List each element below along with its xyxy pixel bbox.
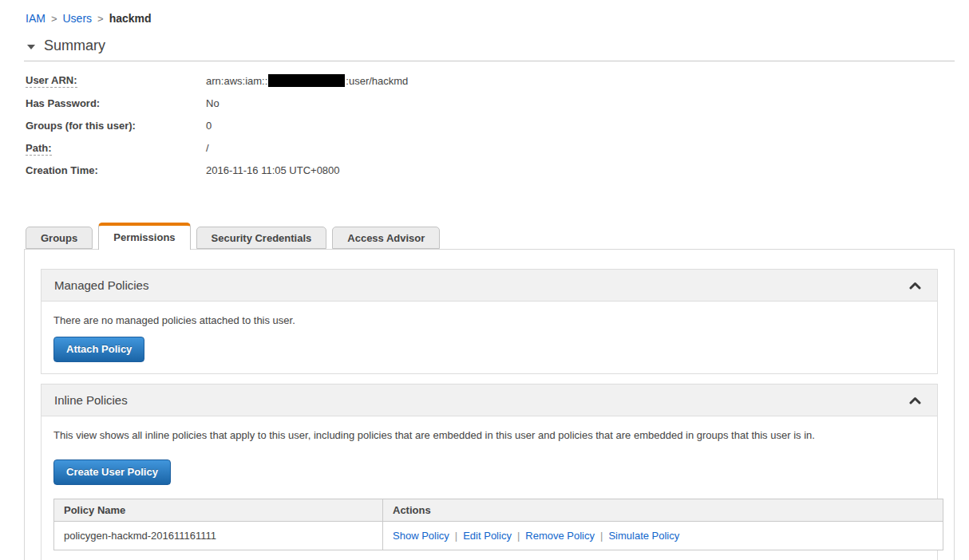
inline-policies-body: This view shows all inline policies that… [42,416,937,560]
user-arn-value: arn:aws:iam:::user/hackmd [206,74,408,88]
simulate-policy-link[interactable]: Simulate Policy [608,530,679,542]
breadcrumb-current-user: hackmd [109,12,152,25]
action-separator: | [455,530,457,542]
inline-policies-title: Inline Policies [54,393,128,407]
managed-policies-body: There are no managed policies attached t… [42,302,937,373]
breadcrumb: IAM>Users>hackmd [0,0,969,25]
creation-time-value: 2016-11-16 11:05 UTC+0800 [206,164,340,177]
edit-policy-link[interactable]: Edit Policy [463,530,512,542]
create-user-policy-button[interactable]: Create User Policy [53,459,171,485]
show-policy-link[interactable]: Show Policy [393,530,449,542]
summary-fields: User ARN: arn:aws:iam:::user/hackmd Has … [26,74,969,177]
summary-divider [24,61,955,61]
tab-access-advisor[interactable]: Access Advisor [332,227,440,249]
policy-name-cell: policygen-hackmd-201611161111 [54,522,383,550]
path-label: Path: [26,142,206,155]
triangle-down-icon [27,45,35,49]
breadcrumb-separator: > [97,13,104,25]
has-password-label: Has Password: [26,97,206,110]
field-row-creation-time: Creation Time: 2016-11-16 11:05 UTC+0800 [26,164,969,177]
summary-title: Summary [44,37,105,54]
action-separator: | [600,530,603,542]
managed-policies-collapse-button[interactable] [906,278,924,293]
inline-policies-header: Inline Policies [42,385,937,416]
field-row-user-arn: User ARN: arn:aws:iam:::user/hackmd [26,74,969,88]
remove-policy-link[interactable]: Remove Policy [525,530,595,542]
attach-policy-button[interactable]: Attach Policy [53,337,144,362]
tab-groups[interactable]: Groups [26,227,93,249]
permissions-tab-panel: Managed Policies There are no managed po… [24,249,955,560]
groups-value: 0 [206,120,212,132]
managed-policies-section: Managed Policies There are no managed po… [41,269,938,374]
managed-policies-title: Managed Policies [54,278,148,292]
tab-security-credentials[interactable]: Security Credentials [196,227,327,249]
inline-policies-table: Policy Name Actions policygen-hackmd-201… [53,499,943,550]
managed-policies-empty-message: There are no managed policies attached t… [53,314,925,327]
creation-time-label: Creation Time: [26,164,206,177]
inline-policies-collapse-button[interactable] [906,393,924,408]
chevron-up-icon [909,282,921,290]
field-row-path: Path: / [26,142,969,155]
breadcrumb-separator: > [51,13,57,25]
path-value: / [206,142,209,155]
table-header-row: Policy Name Actions [54,499,943,522]
redacted-account-id [268,74,345,87]
field-row-has-password: Has Password: No [26,97,969,110]
actions-column-header: Actions [383,499,943,522]
groups-label: Groups (for this user): [26,120,206,132]
inline-policies-section: Inline Policies This view shows all inli… [41,384,938,560]
user-arn-label: User ARN: [26,74,206,88]
summary-section-toggle[interactable]: Summary [27,37,969,54]
policy-actions-cell: Show Policy|Edit Policy|Remove Policy|Si… [383,522,943,550]
breadcrumb-link-users[interactable]: Users [62,12,92,25]
breadcrumb-link-iam[interactable]: IAM [26,12,45,25]
field-row-groups: Groups (for this user): 0 [26,120,969,132]
has-password-value: No [206,97,220,110]
managed-policies-header: Managed Policies [42,270,937,302]
action-separator: | [517,530,520,542]
tab-bar: Groups Permissions Security Credentials … [26,223,969,249]
policy-name-column-header: Policy Name [54,499,383,522]
tab-permissions[interactable]: Permissions [98,223,190,250]
table-row: policygen-hackmd-201611161111 Show Polic… [54,522,943,550]
inline-policies-description: This view shows all inline policies that… [53,429,925,442]
chevron-up-icon [909,396,921,404]
